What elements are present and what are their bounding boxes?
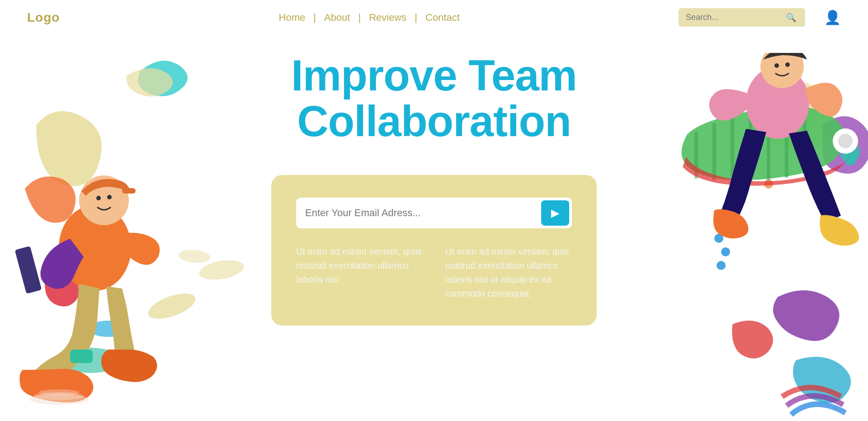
nav-reviews[interactable]: Reviews (369, 12, 406, 24)
desc-col-2: Ut enim ad minim veniam, quis nostrud ex… (445, 245, 572, 301)
nav-divider-1: | (313, 12, 316, 24)
svg-point-34 (785, 62, 790, 67)
svg-rect-21 (70, 350, 93, 363)
nav-about[interactable]: About (324, 12, 350, 24)
svg-point-33 (774, 63, 779, 68)
svg-point-17 (107, 195, 112, 199)
search-button[interactable]: 🔍 (786, 13, 796, 23)
character-left (0, 103, 190, 420)
user-icon[interactable]: 👤 (824, 9, 841, 25)
main-content: Improve Team Collaboration ▶ Ut enim ad … (0, 35, 868, 420)
email-row: ▶ (296, 198, 572, 228)
nav-contact[interactable]: Contact (425, 12, 460, 24)
nav-divider-3: | (415, 12, 417, 24)
desc-col-1: Ut enim ad minim veniam, quiis nostrud e… (296, 245, 423, 301)
cta-box: ▶ Ut enim ad minim veniam, quiis nostrud… (271, 175, 597, 326)
nav-home[interactable]: Home (279, 12, 306, 24)
navbar: Logo Home | About | Reviews | Contact 🔍 … (0, 0, 868, 35)
hero-section: Improve Team Collaboration (291, 53, 577, 144)
hero-title-line2: Collaboration (297, 97, 571, 145)
character-right (651, 53, 868, 360)
hero-title: Improve Team Collaboration (291, 53, 577, 144)
email-submit-button[interactable]: ▶ (541, 200, 569, 226)
nav-right: 🔍 👤 (679, 8, 841, 27)
play-icon: ▶ (551, 207, 559, 219)
svg-point-16 (96, 196, 101, 200)
svg-point-30 (838, 134, 853, 148)
svg-point-20 (38, 389, 79, 396)
email-input[interactable] (305, 207, 541, 219)
nav-links: Home | About | Reviews | Contact (279, 12, 460, 24)
nav-divider-2: | (358, 12, 361, 24)
hero-title-line1: Improve Team (291, 51, 577, 99)
logo: Logo (27, 10, 60, 25)
svg-point-11 (198, 257, 245, 283)
svg-rect-15 (122, 188, 136, 194)
description-columns: Ut enim ad minim veniam, quiis nostrud e… (296, 245, 572, 301)
